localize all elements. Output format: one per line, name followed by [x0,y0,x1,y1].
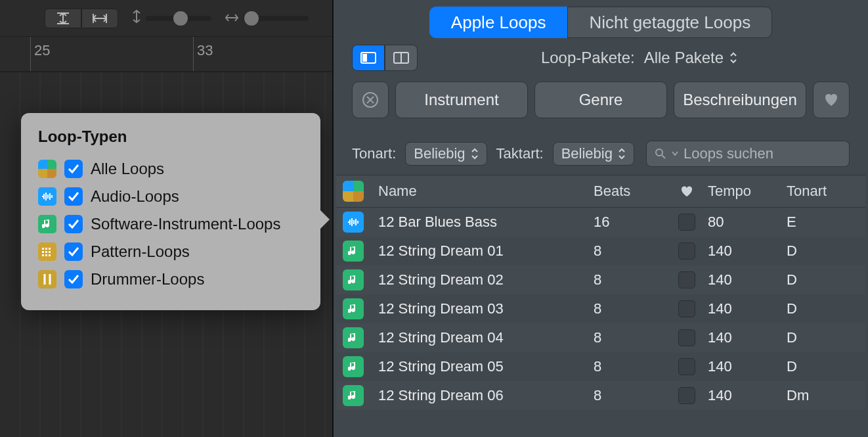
loop-type-label: Software-Instrument-Loops [91,215,280,233]
filter-descriptions-button[interactable]: Beschreibungen [674,81,806,118]
favorite-checkbox[interactable] [678,214,695,231]
loop-name: 12 String Dream 01 [370,242,594,260]
chevron-up-down-icon [618,148,626,160]
loop-key: Dm [787,387,865,404]
chevron-up-down-icon [729,51,738,64]
search-icon [655,148,666,160]
loop-beats: 8 [594,358,666,375]
view-mode-columns-button[interactable] [352,45,385,71]
ruler-label: 25 [34,42,50,59]
horizontal-zoom-slider[interactable] [243,16,309,21]
column-header-name[interactable]: Name [370,183,594,200]
loop-name: 12 String Dream 03 [370,300,594,317]
vertical-zoom-fit-button[interactable] [45,9,81,28]
loop-type-checkbox[interactable] [64,242,83,261]
favorite-checkbox[interactable] [678,271,695,288]
table-row[interactable]: 12 String Dream 018140D [336,237,865,265]
loop-beats: 8 [594,242,666,260]
view-mode-grid-button[interactable] [385,45,418,71]
loop-types-popover: Loop-Typen Alle LoopsAudio-LoopsSoftware… [21,113,320,310]
loop-type-label: Drummer-Loops [91,270,204,288]
close-circle-icon [362,91,379,108]
table-row[interactable]: 12 String Dream 058140D [336,352,865,381]
svg-rect-3 [42,251,44,253]
loop-tempo: 140 [708,271,787,288]
column-header-key[interactable]: Tonart [787,183,865,200]
loop-name: 12 String Dream 06 [370,387,594,404]
horizontal-zoom-fit-button[interactable] [81,9,118,28]
sub-filter-bar: Tonart: Beliebig Taktart: Beliebig Loops… [336,133,865,175]
loop-beats: 16 [594,214,666,231]
vertical-zoom-slider[interactable] [146,16,211,21]
all-types-icon [343,181,364,202]
filter-genre-button[interactable]: Genre [534,81,667,118]
loop-tempo: 140 [708,329,787,346]
timeline-ruler[interactable]: 25 33 [0,37,332,72]
column-header-tempo[interactable]: Tempo [708,183,787,200]
svg-rect-0 [42,248,44,250]
loop-key: D [787,300,865,317]
loop-name: 12 String Dream 02 [370,271,594,288]
column-header-beats[interactable]: Beats [594,183,666,200]
horizontal-arrows-icon [225,10,239,27]
loop-type-label: Pattern-Loops [91,242,190,261]
vertical-zoom-slider-group [131,9,211,28]
loop-type-row: Software-Instrument-Loops [38,210,303,238]
clear-filters-button[interactable] [352,81,389,118]
favorite-checkbox[interactable] [678,358,695,375]
loop-type-checkbox[interactable] [64,160,83,178]
favorites-filter-button[interactable] [813,81,850,118]
loop-type-checkbox[interactable] [64,215,83,233]
audio-loop-icon [38,187,56,206]
loop-browser: Apple Loops Nicht getaggte Loops Loop-Pa… [334,0,868,437]
tab-apple-loops[interactable]: Apple Loops [429,7,568,38]
signature-filter-label: Taktart: [496,145,544,162]
loop-beats: 8 [594,387,666,404]
loop-tempo: 140 [708,300,787,317]
software-instrument-icon [343,356,364,377]
signature-filter-dropdown[interactable]: Beliebig [553,142,634,166]
software-instrument-icon [343,327,364,348]
horizontal-zoom-slider-group [225,10,309,27]
loop-packs-dropdown[interactable]: Alle Pakete [644,49,738,67]
svg-rect-8 [49,254,51,256]
loop-tempo: 140 [708,242,787,260]
column-header-favorite[interactable] [666,185,708,198]
table-row[interactable]: 12 String Dream 028140D [336,265,865,294]
favorite-checkbox[interactable] [678,387,695,404]
favorite-checkbox[interactable] [678,300,695,317]
heart-icon [823,92,840,108]
loop-tempo: 140 [708,358,787,375]
table-row[interactable]: 12 Bar Blues Bass1680E [336,208,865,237]
table-row[interactable]: 12 String Dream 038140D [336,294,865,323]
pattern-loop-icon [38,242,56,261]
svg-rect-2 [49,248,51,250]
table-row[interactable]: 12 String Dream 048140D [336,323,865,352]
svg-line-15 [662,155,665,158]
loop-type-checkbox[interactable] [64,187,83,206]
table-row[interactable]: 12 String Dream 068140Dm [336,381,865,410]
svg-rect-4 [45,251,47,253]
favorite-checkbox[interactable] [678,329,695,346]
filter-instrument-button[interactable]: Instrument [395,81,528,118]
key-filter-dropdown[interactable]: Beliebig [405,142,487,166]
chevron-down-icon [672,149,678,158]
loop-type-label: Alle Loops [91,160,164,178]
loop-type-filter-button[interactable] [336,181,370,202]
loop-type-checkbox[interactable] [64,270,83,288]
search-placeholder: Loops suchen [684,145,773,162]
popover-arrow [320,210,330,229]
favorite-checkbox[interactable] [678,242,695,260]
loop-type-row: Drummer-Loops [38,265,303,293]
software-instrument-icon [343,298,364,319]
vertical-arrows-icon [131,9,142,28]
tab-untagged-loops[interactable]: Nicht getaggte Loops [567,7,772,38]
key-filter-label: Tonart: [352,145,396,162]
loop-key: D [787,242,865,260]
loop-type-row: Alle Loops [38,155,303,183]
loop-type-label: Audio-Loops [91,187,179,206]
popover-title: Loop-Typen [38,127,303,146]
search-input[interactable]: Loops suchen [646,141,850,167]
loop-key: D [787,271,865,288]
drummer-loop-icon [38,270,56,288]
